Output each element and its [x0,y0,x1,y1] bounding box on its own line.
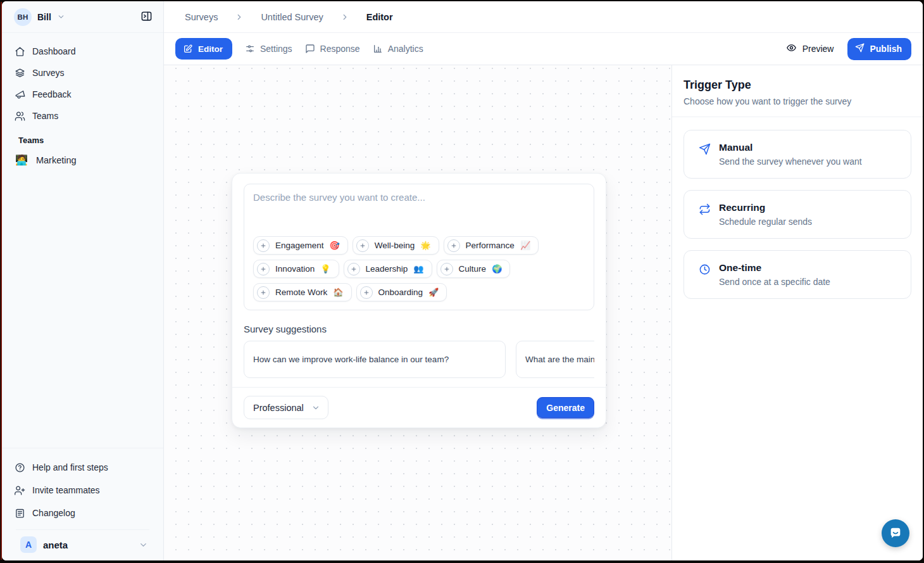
team-label: Marketing [36,155,77,165]
help-circle-icon [15,462,25,473]
suggestions-row: How can we improve work-life balance in … [244,341,594,378]
plus-circle-icon [257,239,270,252]
users-icon [15,111,25,122]
user-plus-icon [15,485,25,496]
plus-circle-icon [360,286,373,299]
topic-chip-performance[interactable]: Performance 📈 [444,236,539,255]
trigger-option-recurring[interactable]: Recurring Schedule regular sends [684,190,911,239]
suggestion-card[interactable]: What are the main ob [516,341,594,378]
people-emoji-icon: 👥 [413,264,423,274]
topic-chip-remote-work[interactable]: Remote Work 🏠 [253,283,352,301]
panel-subtitle: Choose how you want to trigger the surve… [684,96,911,106]
app-window: BH Bill Dashboard Surv [2,1,923,560]
workspace-avatar: BH [14,8,32,26]
workspace-switcher[interactable]: BH Bill [2,1,163,33]
sidebar-item-marketing[interactable]: 🧑‍💻 Marketing [8,149,157,172]
edit-icon [183,44,193,54]
topic-chip-onboarding[interactable]: Onboarding 🚀 [356,283,447,301]
tab-analytics[interactable]: Analytics [373,44,423,54]
breadcrumb: Surveys Untitled Survey Editor [164,1,923,33]
sidebar-item-label: Feedback [32,89,71,99]
changelog-icon [15,508,25,519]
chat-bubble-icon [889,526,902,540]
home-icon [15,46,25,57]
plus-circle-icon [440,263,453,275]
sidebar-item-feedback[interactable]: Feedback [8,84,157,105]
preview-button[interactable]: Preview [786,42,834,55]
chip-label: Performance [466,241,515,250]
teams-section-label: Teams [8,127,157,149]
plus-circle-icon [447,239,460,252]
account-name: aneta [43,540,68,550]
target-emoji-icon: 🎯 [330,241,340,250]
eye-icon [786,42,797,55]
tone-select-value: Professional [253,403,304,413]
tab-editor[interactable]: Editor [175,38,232,60]
tab-response[interactable]: Response [305,44,360,54]
chart-emoji-icon: 📈 [520,241,530,250]
sidebar-item-invite[interactable]: Invite teammates [8,479,157,502]
suggestion-text: How can we improve work-life balance in … [253,355,449,364]
topic-chip-engagement[interactable]: Engagement 🎯 [253,236,348,255]
trigger-option-title: Manual [719,142,862,153]
panel-title: Trigger Type [684,79,911,92]
trigger-option-description: Schedule regular sends [719,217,812,227]
workspace-name: Bill [37,12,51,22]
sidebar-item-teams[interactable]: Teams [8,105,157,127]
trigger-option-title: Recurring [719,202,812,213]
sidebar-item-help[interactable]: Help and first steps [8,456,157,479]
trigger-option-manual[interactable]: Manual Send the survey whenever you want [684,130,911,179]
tab-settings[interactable]: Settings [245,44,292,54]
suggestion-card[interactable]: How can we improve work-life balance in … [244,341,506,378]
bar-chart-icon [373,44,383,54]
chevron-down-icon [139,540,148,550]
account-avatar: A [20,536,37,553]
megaphone-icon [15,89,25,100]
publish-button[interactable]: Publish [847,38,911,60]
trigger-option-one-time[interactable]: One-time Send once at a specific date [684,250,911,299]
sliders-icon [245,44,255,54]
topic-chip-innovation[interactable]: Innovation 💡 [253,260,339,278]
window-frame-edge [1,2,2,560]
breadcrumb-survey-name[interactable]: Untitled Survey [261,12,323,22]
chip-label: Leadership [366,264,408,274]
chevron-down-icon [57,13,65,21]
sidebar-item-dashboard[interactable]: Dashboard [8,41,157,62]
topic-chip-wellbeing[interactable]: Well-being 🌟 [353,236,439,255]
sidebar-item-label: Invite teammates [32,485,100,495]
tab-label: Editor [198,44,223,54]
generate-button[interactable]: Generate [537,397,594,418]
account-menu[interactable]: A aneta [16,530,149,559]
trigger-type-panel: Trigger Type Choose how you want to trig… [671,65,923,560]
topic-chip-culture[interactable]: Culture 🌍 [437,260,511,278]
chip-label: Onboarding [378,288,423,297]
chevron-right-icon [235,13,244,22]
plus-circle-icon [356,239,369,252]
editor-canvas: Engagement 🎯 Well-being 🌟 Performance 📈 [164,65,671,560]
chip-label: Well-being [375,241,415,250]
breadcrumb-current-page: Editor [366,12,393,22]
panel-toggle-icon [140,10,153,24]
plus-circle-icon [347,263,360,275]
sidebar-item-surveys[interactable]: Surveys [8,62,157,84]
trigger-option-description: Send the survey whenever you want [719,156,862,167]
sidebar-item-label: Dashboard [32,46,76,56]
bulb-emoji-icon: 💡 [320,264,330,274]
topic-chip-leadership[interactable]: Leadership 👥 [344,260,432,278]
tone-select[interactable]: Professional [244,396,328,419]
suggestion-text: What are the main ob [525,355,594,364]
breadcrumb-surveys[interactable]: Surveys [185,12,218,22]
tab-label: Settings [260,44,292,54]
tab-label: Analytics [388,44,423,54]
chip-label: Remote Work [275,288,327,297]
chat-launcher-button[interactable] [882,519,909,547]
clock-icon [699,263,711,287]
send-icon [855,43,865,54]
chip-label: Engagement [275,241,324,250]
layers-icon [15,68,25,79]
sidebar-item-label: Surveys [32,68,65,78]
sidebar-collapse-button[interactable] [138,8,155,27]
survey-prompt-input[interactable] [253,192,585,236]
preview-label: Preview [802,44,834,54]
sidebar-item-changelog[interactable]: Changelog [8,502,157,524]
